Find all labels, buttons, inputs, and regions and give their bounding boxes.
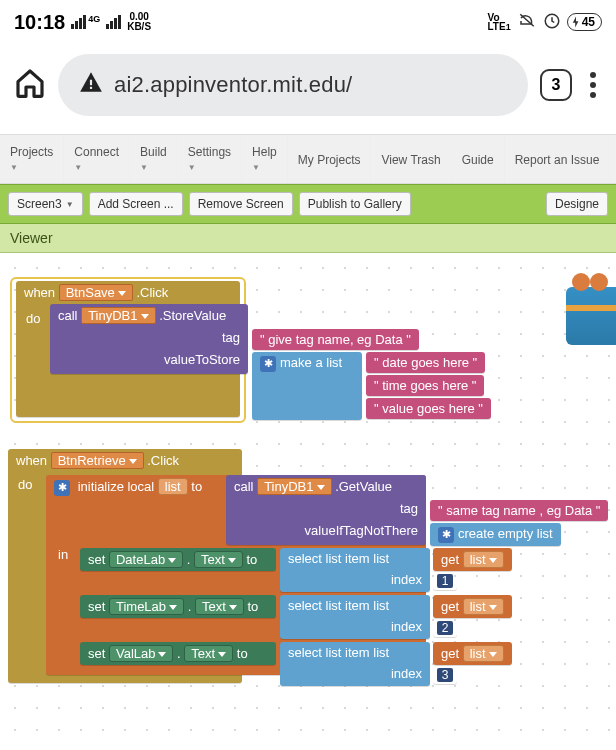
- block-set-vallab[interactable]: set ValLab . Text to: [80, 642, 276, 665]
- block-text-sametag[interactable]: " same tag name , eg Data ": [430, 500, 608, 521]
- block-select-item-2[interactable]: select list item list index: [280, 595, 430, 639]
- screen-selector[interactable]: Screen3▼: [8, 192, 83, 216]
- backpack-icon[interactable]: [566, 287, 616, 345]
- remove-screen-button[interactable]: Remove Screen: [189, 192, 293, 216]
- menu-report-issue[interactable]: Report an Issue: [505, 135, 611, 183]
- browser-toolbar: ai2.appinventor.mit.edu/ 3: [0, 40, 616, 134]
- block-index-1[interactable]: 1: [433, 571, 457, 590]
- label-tag: tag: [222, 330, 240, 345]
- menu-connect[interactable]: Connect▼: [64, 135, 130, 183]
- gear-icon[interactable]: ✱: [260, 356, 276, 372]
- block-text-tag[interactable]: " give tag name, eg Data ": [252, 329, 419, 350]
- menu-settings[interactable]: Settings▼: [178, 135, 242, 183]
- label-valuetostore: valueToStore: [164, 352, 240, 367]
- tab-switcher[interactable]: 3: [540, 69, 572, 101]
- block-get-list-1[interactable]: get list: [433, 548, 512, 571]
- menu-help[interactable]: Help▼: [242, 135, 288, 183]
- designer-button[interactable]: Designe: [546, 192, 608, 216]
- volte-icon: VoLTE1: [487, 13, 510, 32]
- block-select-item-1[interactable]: select list item list index: [280, 548, 430, 592]
- home-icon[interactable]: [14, 67, 46, 103]
- gear-icon[interactable]: ✱: [438, 527, 454, 543]
- label-in: in: [58, 547, 68, 562]
- block-call-getvalue[interactable]: call TinyDB1 .GetValue tag valueIfTagNot…: [226, 475, 426, 545]
- blocks-canvas[interactable]: when BtnSave .Click do call TinyDB1 .Sto…: [0, 253, 616, 750]
- block-select-item-3[interactable]: select list item list index: [280, 642, 430, 686]
- menu-guide[interactable]: Guide: [452, 135, 505, 183]
- network-gen: 4G: [88, 15, 100, 23]
- block-get-list-3[interactable]: get list: [433, 642, 512, 665]
- block-text-date[interactable]: " date goes here ": [366, 352, 485, 373]
- svg-rect-2: [90, 80, 92, 85]
- label-valifnot: valueIfTagNotThere: [305, 523, 418, 538]
- menu-view-trash[interactable]: View Trash: [371, 135, 451, 183]
- omnibox[interactable]: ai2.appinventor.mit.edu/: [58, 54, 528, 116]
- url-text: ai2.appinventor.mit.edu/: [114, 72, 352, 98]
- label-do: do: [26, 311, 40, 326]
- signal-icon-2: [106, 15, 121, 29]
- menu-english[interactable]: English▼: [610, 135, 616, 183]
- network-speed: 0.00 KB/S: [127, 12, 151, 32]
- block-text-value[interactable]: " value goes here ": [366, 398, 491, 419]
- block-set-timelab[interactable]: set TimeLab . Text to: [80, 595, 276, 618]
- clock-icon: [543, 12, 561, 33]
- block-index-2[interactable]: 2: [433, 618, 457, 637]
- block-set-datelab[interactable]: set DateLab . Text to: [80, 548, 276, 571]
- gear-icon[interactable]: ✱: [54, 480, 70, 496]
- block-make-a-list[interactable]: ✱make a list: [252, 352, 362, 420]
- publish-gallery-button[interactable]: Publish to Gallery: [299, 192, 411, 216]
- battery-indicator: 45: [567, 13, 602, 31]
- add-screen-button[interactable]: Add Screen ...: [89, 192, 183, 216]
- browser-menu-icon[interactable]: [584, 68, 602, 102]
- menu-build[interactable]: Build▼: [130, 135, 178, 183]
- menu-my-projects[interactable]: My Projects: [288, 135, 372, 183]
- vibrate-icon: [517, 12, 537, 33]
- appinventor-top-menu: Projects▼ Connect▼ Build▼ Settings▼ Help…: [0, 134, 616, 184]
- site-security-icon: [78, 70, 104, 100]
- block-call-storevalue[interactable]: call TinyDB1 .StoreValue tag valueToStor…: [50, 304, 248, 374]
- block-index-3[interactable]: 3: [433, 665, 457, 684]
- block-text-time[interactable]: " time goes here ": [366, 375, 484, 396]
- block-get-list-2[interactable]: get list: [433, 595, 512, 618]
- block-create-empty-list[interactable]: ✱create empty list: [430, 523, 561, 546]
- label-do: do: [18, 477, 32, 492]
- viewer-header: Viewer: [0, 224, 616, 253]
- menu-projects[interactable]: Projects▼: [0, 135, 64, 183]
- status-bar: 10:18 4G 0.00 KB/S VoLTE1 45: [0, 0, 616, 40]
- screen-action-bar: Screen3▼ Add Screen ... Remove Screen Pu…: [0, 184, 616, 224]
- status-clock: 10:18: [14, 11, 65, 34]
- label-tag: tag: [400, 501, 418, 516]
- svg-rect-3: [90, 87, 92, 89]
- signal-icon-1: [71, 15, 86, 29]
